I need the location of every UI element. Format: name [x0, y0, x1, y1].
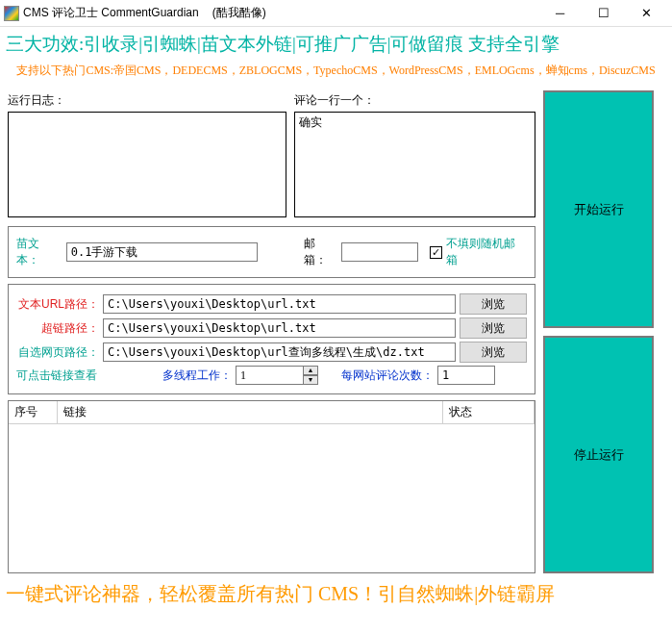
- threads-label: 多线程工作：: [162, 368, 232, 384]
- comment-label: 评论一行一个：: [294, 90, 535, 112]
- email-label: 邮箱：: [304, 236, 338, 268]
- col-link[interactable]: 链接: [57, 401, 443, 424]
- window-title: CMS 评论卫士 CommentGuardian: [23, 5, 199, 21]
- threads-down[interactable]: ▼: [303, 375, 318, 385]
- link-path-label: 超链路径：: [16, 320, 99, 337]
- per-site-label: 每网站评论次数：: [341, 368, 434, 384]
- comment-textarea[interactable]: [294, 112, 535, 217]
- log-label: 运行日志：: [8, 90, 286, 112]
- maximize-button[interactable]: ☐: [582, 0, 625, 27]
- email-input[interactable]: [341, 242, 418, 262]
- random-email-label: 不填则随机邮箱: [446, 236, 527, 268]
- col-no[interactable]: 序号: [9, 401, 57, 424]
- results-table-wrap[interactable]: 序号 链接 状态: [8, 400, 535, 573]
- random-email-checkbox[interactable]: ✓: [430, 246, 442, 259]
- minimize-button[interactable]: ─: [538, 0, 582, 27]
- titlebar: CMS 评论卫士 CommentGuardian (酷我酷像) ─ ☐ ✕: [0, 0, 672, 27]
- feature-banner: 三大功效:引收录|引蜘蛛|苗文本外链|可推广广告|可做留痕 支持全引擎: [0, 27, 672, 59]
- window-subtitle: (酷我酷像): [212, 5, 266, 21]
- col-status[interactable]: 状态: [443, 401, 535, 424]
- anchor-input[interactable]: [66, 242, 258, 262]
- paths-panel: 文本URL路径： 浏览 超链路径： 浏览 自选网页路径： 浏览 可点击链接查看 …: [8, 284, 535, 394]
- anchor-email-panel: 苗文本： 邮箱： ✓ 不填则随机邮箱: [8, 226, 535, 278]
- browse-link-button[interactable]: 浏览: [460, 317, 527, 339]
- start-button[interactable]: 开始运行: [543, 90, 654, 328]
- footer-banner: 一键式评论神器，轻松覆盖所有热门 CMS！引自然蜘蛛|外链霸屏: [0, 573, 672, 611]
- threads-input[interactable]: [236, 366, 303, 385]
- browse-text-button[interactable]: 浏览: [460, 293, 527, 315]
- anchor-label: 苗文本：: [16, 236, 62, 268]
- click-hint-label: 可点击链接查看: [16, 368, 97, 384]
- log-textarea[interactable]: [8, 112, 286, 217]
- stop-button[interactable]: 停止运行: [543, 336, 654, 573]
- custom-path-input[interactable]: [103, 342, 456, 362]
- threads-spinner[interactable]: ▲▼: [236, 366, 318, 385]
- custom-path-label: 自选网页路径：: [16, 344, 99, 361]
- link-path-input[interactable]: [103, 318, 456, 338]
- per-site-input[interactable]: [437, 366, 495, 385]
- close-button[interactable]: ✕: [625, 0, 668, 27]
- text-url-input[interactable]: [103, 294, 456, 314]
- text-url-label: 文本URL路径：: [16, 296, 99, 313]
- app-icon: [4, 6, 19, 21]
- results-table: 序号 链接 状态: [9, 401, 535, 424]
- browse-custom-button[interactable]: 浏览: [460, 342, 527, 363]
- cms-support-banner: 支持以下热门CMS:帝国CMS，DEDECMS，ZBLOGCMS，Typecho…: [0, 59, 672, 87]
- threads-up[interactable]: ▲: [303, 366, 318, 375]
